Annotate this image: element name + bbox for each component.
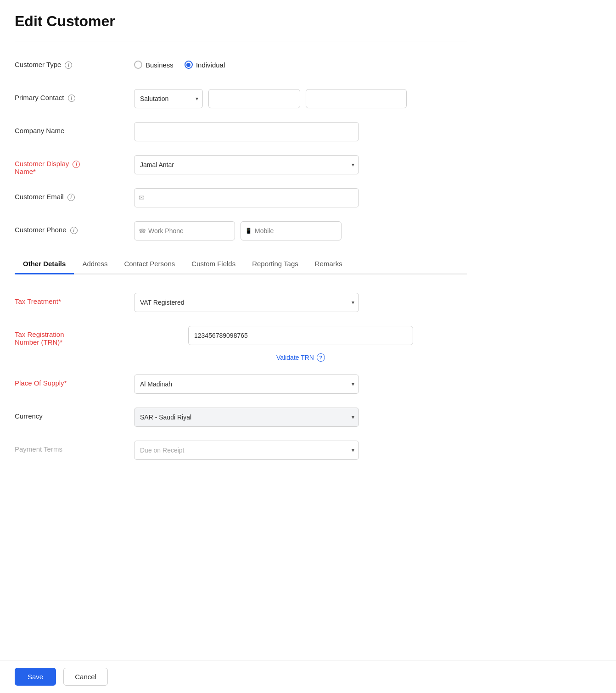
customer-phone-info-icon: i (70, 227, 78, 234)
divider (15, 41, 467, 41)
payment-terms-row: Payment Terms Due on Receipt ▾ (15, 441, 467, 461)
tax-treatment-select[interactable]: VAT Registered Non-VAT Registered VAT Ex… (134, 293, 359, 312)
customer-type-row: Customer Type i Business Individual (15, 56, 467, 76)
radio-business[interactable]: Business (134, 61, 174, 69)
email-wrapper: ✉ (134, 188, 359, 207)
customer-display-name-row: Customer DisplayName* i Jamal Antar ▾ (15, 155, 467, 175)
radio-individual-circle[interactable] (185, 61, 193, 69)
place-of-supply-row: Place Of Supply* Al Madinah Riyadh Jedda… (15, 374, 467, 395)
edit-customer-page: Edit Customer Customer Type i Business I… (0, 0, 482, 693)
company-name-controls (134, 122, 467, 141)
customer-phone-row: Customer Phone i ☎ 📱 (15, 221, 467, 241)
display-name-info-icon: i (73, 161, 80, 168)
customer-display-name-label: Customer DisplayName* i (15, 155, 134, 175)
company-name-row: Company Name (15, 122, 467, 142)
currency-row: Currency SAR - Saudi Riyal USD - US Doll… (15, 408, 467, 428)
mobile-icon: 📱 (245, 228, 252, 234)
place-of-supply-controls: Al Madinah Riyadh Jeddah ▾ (134, 374, 467, 394)
tax-treatment-row: Tax Treatment* VAT Registered Non-VAT Re… (15, 293, 467, 313)
currency-controls: SAR - Saudi Riyal USD - US Dollar EUR - … (134, 408, 467, 427)
payment-terms-select[interactable]: Due on Receipt (134, 441, 359, 460)
tax-treatment-select-wrapper: VAT Registered Non-VAT Registered VAT Ex… (134, 293, 359, 312)
display-name-select[interactable]: Jamal Antar (134, 155, 359, 174)
mobile-input[interactable] (241, 221, 342, 240)
mobile-wrapper: 📱 (241, 221, 342, 240)
work-phone-input[interactable] (134, 221, 235, 240)
cancel-button[interactable]: Cancel (63, 668, 108, 686)
customer-type-controls: Business Individual (134, 56, 467, 69)
tax-registration-controls: Validate TRN ? (134, 326, 467, 362)
primary-contact-row: Primary Contact i Salutation Mr. Mrs. Ms… (15, 89, 467, 109)
place-of-supply-select[interactable]: Al Madinah Riyadh Jeddah (134, 374, 359, 394)
tax-registration-label: Tax RegistrationNumber (TRN)* (15, 326, 134, 346)
trn-input[interactable] (188, 326, 413, 345)
currency-select[interactable]: SAR - Saudi Riyal USD - US Dollar EUR - … (134, 408, 359, 427)
first-name-input[interactable]: Jamal (208, 89, 300, 108)
footer: Save Cancel (0, 660, 616, 693)
save-button[interactable]: Save (15, 668, 56, 686)
email-input[interactable] (134, 188, 359, 207)
customer-display-name-controls: Jamal Antar ▾ (134, 155, 467, 174)
tab-contact-persons[interactable]: Contact Persons (116, 254, 183, 274)
primary-contact-controls: Salutation Mr. Mrs. Ms. Dr. ▾ Jamal Anta… (134, 89, 467, 108)
radio-individual[interactable]: Individual (185, 61, 225, 69)
customer-email-row: Customer Email i ✉ (15, 188, 467, 208)
primary-contact-info-icon: i (68, 95, 75, 102)
tax-treatment-controls: VAT Registered Non-VAT Registered VAT Ex… (134, 293, 467, 312)
customer-phone-label: Customer Phone i (15, 221, 134, 234)
customer-type-label: Customer Type i (15, 56, 134, 69)
display-name-select-wrapper: Jamal Antar ▾ (134, 155, 359, 174)
radio-business-label: Business (146, 61, 174, 69)
last-name-input[interactable]: Antar (306, 89, 407, 108)
tabs-bar: Other Details Address Contact Persons Cu… (15, 254, 467, 274)
place-of-supply-select-wrapper: Al Madinah Riyadh Jeddah ▾ (134, 374, 359, 394)
phone-icon: ☎ (139, 228, 146, 235)
validate-trn-text: Validate TRN (276, 354, 314, 361)
tab-other-details[interactable]: Other Details (15, 254, 74, 274)
other-details-section: Tax Treatment* VAT Registered Non-VAT Re… (15, 289, 467, 461)
validate-trn-link[interactable]: Validate TRN ? (276, 353, 325, 362)
customer-email-label: Customer Email i (15, 188, 134, 201)
primary-contact-label: Primary Contact i (15, 89, 134, 102)
place-of-supply-label: Place Of Supply* (15, 374, 134, 387)
radio-business-circle[interactable] (134, 61, 142, 69)
radio-individual-label: Individual (196, 61, 225, 69)
customer-phone-controls: ☎ 📱 (134, 221, 467, 240)
work-phone-wrapper: ☎ (134, 221, 235, 240)
currency-select-wrapper: SAR - Saudi Riyal USD - US Dollar EUR - … (134, 408, 359, 427)
page-title: Edit Customer (15, 13, 467, 30)
validate-trn-question-icon: ? (317, 353, 325, 362)
tab-custom-fields[interactable]: Custom Fields (183, 254, 244, 274)
customer-type-info-icon: i (65, 61, 72, 69)
payment-terms-select-wrapper: Due on Receipt ▾ (134, 441, 359, 460)
company-name-label: Company Name (15, 122, 134, 134)
payment-terms-label: Payment Terms (15, 441, 134, 453)
customer-email-info-icon: i (67, 194, 75, 201)
tab-address[interactable]: Address (74, 254, 116, 274)
payment-terms-controls: Due on Receipt ▾ (134, 441, 467, 460)
tax-registration-row: Tax RegistrationNumber (TRN)* Validate T… (15, 326, 467, 362)
customer-email-controls: ✉ (134, 188, 467, 207)
currency-label: Currency (15, 408, 134, 420)
email-icon: ✉ (139, 194, 145, 202)
tab-reporting-tags[interactable]: Reporting Tags (244, 254, 307, 274)
salutation-select[interactable]: Salutation Mr. Mrs. Ms. Dr. (134, 89, 203, 108)
company-name-input[interactable] (134, 122, 359, 141)
salutation-wrapper: Salutation Mr. Mrs. Ms. Dr. ▾ (134, 89, 203, 108)
tab-remarks[interactable]: Remarks (307, 254, 351, 274)
tax-treatment-label: Tax Treatment* (15, 293, 134, 305)
